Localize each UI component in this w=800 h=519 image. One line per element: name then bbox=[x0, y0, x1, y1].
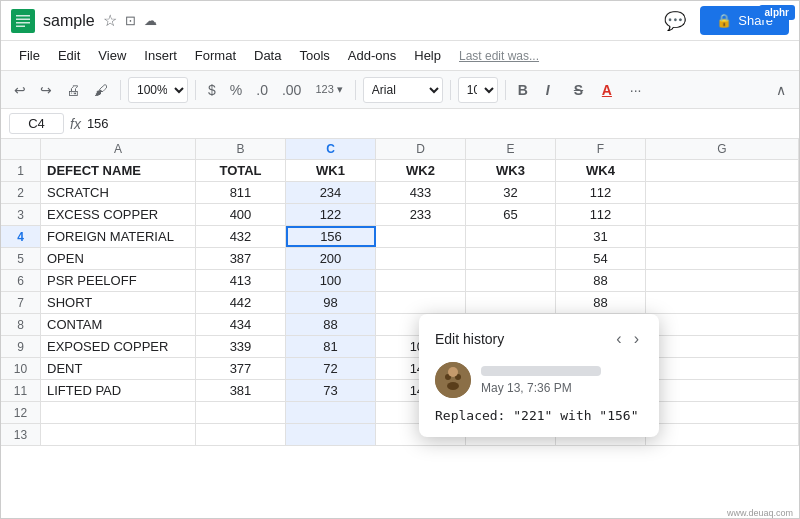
comment-button[interactable]: 💬 bbox=[660, 6, 690, 36]
cell-A7[interactable]: SHORT bbox=[41, 292, 196, 313]
menu-file[interactable]: File bbox=[11, 45, 48, 66]
cell-B9[interactable]: 339 bbox=[196, 336, 286, 357]
currency-button[interactable]: $ bbox=[203, 79, 221, 101]
redo-button[interactable]: ↪ bbox=[35, 79, 57, 101]
history-icon[interactable]: ⊡ bbox=[125, 13, 136, 28]
cell-B12[interactable] bbox=[196, 402, 286, 423]
cell-F6[interactable]: 88 bbox=[556, 270, 646, 291]
cell-E3[interactable]: 65 bbox=[466, 204, 556, 225]
cell-C10[interactable]: 72 bbox=[286, 358, 376, 379]
cell-F3[interactable]: 112 bbox=[556, 204, 646, 225]
col-header-A[interactable]: A bbox=[41, 139, 196, 159]
cell-C2[interactable]: 234 bbox=[286, 182, 376, 203]
cell-E6[interactable] bbox=[466, 270, 556, 291]
cell-C9[interactable]: 81 bbox=[286, 336, 376, 357]
next-arrow[interactable]: › bbox=[630, 328, 643, 350]
zoom-select[interactable]: 100% bbox=[128, 77, 188, 103]
formula-input[interactable] bbox=[87, 116, 791, 131]
cell-A9[interactable]: EXPOSED COPPER bbox=[41, 336, 196, 357]
cell-F5[interactable]: 54 bbox=[556, 248, 646, 269]
menu-insert[interactable]: Insert bbox=[136, 45, 185, 66]
cell-G2[interactable] bbox=[646, 182, 799, 203]
cell-G12[interactable] bbox=[646, 402, 799, 423]
strikethrough-button[interactable]: S bbox=[569, 79, 593, 101]
cell-C1[interactable]: WK1 bbox=[286, 160, 376, 181]
font-size-select[interactable]: 10 bbox=[458, 77, 498, 103]
prev-arrow[interactable]: ‹ bbox=[612, 328, 625, 350]
decimal-less-button[interactable]: .00 bbox=[277, 79, 306, 101]
cell-B6[interactable]: 413 bbox=[196, 270, 286, 291]
cell-A12[interactable] bbox=[41, 402, 196, 423]
cell-D4[interactable] bbox=[376, 226, 466, 247]
col-header-F[interactable]: F bbox=[556, 139, 646, 159]
menu-edit[interactable]: Edit bbox=[50, 45, 88, 66]
cell-C3[interactable]: 122 bbox=[286, 204, 376, 225]
cell-B3[interactable]: 400 bbox=[196, 204, 286, 225]
cell-D2[interactable]: 433 bbox=[376, 182, 466, 203]
cell-E4[interactable] bbox=[466, 226, 556, 247]
print-button[interactable]: 🖨 bbox=[61, 79, 85, 101]
cell-A2[interactable]: SCRATCH bbox=[41, 182, 196, 203]
cell-B10[interactable]: 377 bbox=[196, 358, 286, 379]
cell-A6[interactable]: PSR PEELOFF bbox=[41, 270, 196, 291]
col-header-C[interactable]: C bbox=[286, 139, 376, 159]
cell-C12[interactable] bbox=[286, 402, 376, 423]
paint-format-button[interactable]: 🖌 bbox=[89, 79, 113, 101]
menu-help[interactable]: Help bbox=[406, 45, 449, 66]
cell-F1[interactable]: WK4 bbox=[556, 160, 646, 181]
cell-C5[interactable]: 200 bbox=[286, 248, 376, 269]
cell-B1[interactable]: TOTAL bbox=[196, 160, 286, 181]
menu-data[interactable]: Data bbox=[246, 45, 289, 66]
cell-D6[interactable] bbox=[376, 270, 466, 291]
menu-format[interactable]: Format bbox=[187, 45, 244, 66]
cell-reference-input[interactable] bbox=[9, 113, 64, 134]
bold-button[interactable]: B bbox=[513, 79, 537, 101]
menu-view[interactable]: View bbox=[90, 45, 134, 66]
cell-G1[interactable] bbox=[646, 160, 799, 181]
cell-D7[interactable] bbox=[376, 292, 466, 313]
cell-C7[interactable]: 98 bbox=[286, 292, 376, 313]
cloud-icon[interactable]: ☁ bbox=[144, 13, 157, 28]
more-formats-button[interactable]: ··· bbox=[625, 79, 647, 101]
cell-C8[interactable]: 88 bbox=[286, 314, 376, 335]
cell-F4[interactable]: 31 bbox=[556, 226, 646, 247]
cell-G11[interactable] bbox=[646, 380, 799, 401]
cell-C11[interactable]: 73 bbox=[286, 380, 376, 401]
cell-B5[interactable]: 387 bbox=[196, 248, 286, 269]
col-header-E[interactable]: E bbox=[466, 139, 556, 159]
cell-A4[interactable]: FOREIGN MATERIAL bbox=[41, 226, 196, 247]
cell-A11[interactable]: LIFTED PAD bbox=[41, 380, 196, 401]
cell-A5[interactable]: OPEN bbox=[41, 248, 196, 269]
col-header-D[interactable]: D bbox=[376, 139, 466, 159]
cell-D1[interactable]: WK2 bbox=[376, 160, 466, 181]
cell-C4[interactable]: 156 bbox=[286, 226, 376, 247]
cell-A13[interactable] bbox=[41, 424, 196, 445]
cell-G7[interactable] bbox=[646, 292, 799, 313]
col-header-B[interactable]: B bbox=[196, 139, 286, 159]
italic-button[interactable]: I bbox=[541, 79, 565, 101]
underline-button[interactable]: A bbox=[597, 79, 621, 101]
cell-B13[interactable] bbox=[196, 424, 286, 445]
cell-B2[interactable]: 811 bbox=[196, 182, 286, 203]
last-edit-link[interactable]: Last edit was... bbox=[459, 49, 539, 63]
cell-E7[interactable] bbox=[466, 292, 556, 313]
menu-addons[interactable]: Add-ons bbox=[340, 45, 404, 66]
cell-G6[interactable] bbox=[646, 270, 799, 291]
cell-F2[interactable]: 112 bbox=[556, 182, 646, 203]
cell-G8[interactable] bbox=[646, 314, 799, 335]
cell-B7[interactable]: 442 bbox=[196, 292, 286, 313]
cell-B4[interactable]: 432 bbox=[196, 226, 286, 247]
undo-button[interactable]: ↩ bbox=[9, 79, 31, 101]
cell-D3[interactable]: 233 bbox=[376, 204, 466, 225]
font-select[interactable]: Arial bbox=[363, 77, 443, 103]
cell-A3[interactable]: EXCESS COPPER bbox=[41, 204, 196, 225]
cell-C13[interactable] bbox=[286, 424, 376, 445]
cell-E5[interactable] bbox=[466, 248, 556, 269]
star-icon[interactable]: ☆ bbox=[103, 11, 117, 30]
cell-A10[interactable]: DENT bbox=[41, 358, 196, 379]
col-header-G[interactable]: G bbox=[646, 139, 799, 159]
cell-F7[interactable]: 88 bbox=[556, 292, 646, 313]
menu-tools[interactable]: Tools bbox=[291, 45, 337, 66]
cell-B8[interactable]: 434 bbox=[196, 314, 286, 335]
cell-A8[interactable]: CONTAM bbox=[41, 314, 196, 335]
